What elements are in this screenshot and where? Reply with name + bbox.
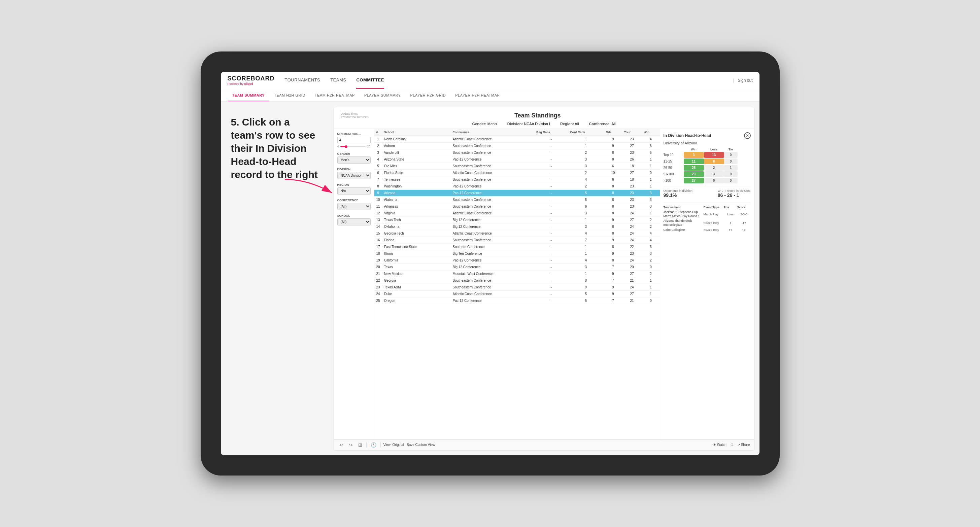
- sub-nav-team-h2h-heatmap[interactable]: TEAM H2H HEATMAP: [310, 90, 360, 101]
- table-row[interactable]: 21 New Mexico Mountain West Conference -…: [374, 271, 660, 277]
- cell-school: Illinois: [382, 250, 451, 257]
- table-row[interactable]: 20 Texas Big 12 Conference - 3 7 20 0: [374, 264, 660, 271]
- table-row[interactable]: 13 Texas Tech Big 12 Conference - 1 9 27…: [374, 217, 660, 224]
- conference-group: Conference (All): [337, 198, 371, 210]
- cell-win: 3: [642, 197, 660, 203]
- table-row[interactable]: 8 Washington Pac-12 Conference - 2 8 23 …: [374, 183, 660, 190]
- table-row[interactable]: 24 Duke Atlantic Coast Conference - 5 9 …: [374, 291, 660, 297]
- tablet-frame: SCOREBOARD Powered by clippd TOURNAMENTS…: [200, 51, 780, 476]
- table-header-row: # School Conference Reg Rank Conf Rank R…: [374, 129, 660, 136]
- region-filter: Region: All: [560, 122, 579, 126]
- redo-button[interactable]: ↪: [347, 441, 354, 448]
- table-row[interactable]: 9 Arizona Pac-12 Conference - 5 8 23 3: [374, 190, 660, 197]
- cell-rank: 21: [374, 271, 382, 277]
- region-select[interactable]: N/A: [337, 187, 371, 195]
- share-button[interactable]: ↗ Share: [737, 443, 750, 446]
- cell-conf-rank: 1: [568, 136, 604, 143]
- table-row[interactable]: 1 North Carolina Atlantic Coast Conferen…: [374, 136, 660, 143]
- cell-conference: Pac-12 Conference: [451, 156, 535, 163]
- cell-conference: Pac-12 Conference: [451, 297, 535, 304]
- sub-nav-player-h2h-heatmap[interactable]: PLAYER H2H HEATMAP: [450, 90, 504, 101]
- cell-tour: 24: [622, 230, 642, 237]
- sub-nav-player-h2h-grid[interactable]: PLAYER H2H GRID: [406, 90, 451, 101]
- table-row[interactable]: 16 Florida Southeastern Conference - 7 9…: [374, 237, 660, 244]
- cell-win: 3: [642, 244, 660, 250]
- table-row[interactable]: 18 Illinois Big Ten Conference - 1 9 23 …: [374, 250, 660, 257]
- sub-nav-team-h2h-grid[interactable]: TEAM H2H GRID: [269, 90, 310, 101]
- cell-win: 1: [642, 284, 660, 291]
- undo-button[interactable]: ↩: [338, 441, 345, 448]
- cell-conf-rank: 7: [568, 237, 604, 244]
- cell-rank: 3: [374, 149, 382, 156]
- tourn-name: Cabo Collegiate: [663, 228, 703, 232]
- cell-conference: Big Ten Conference: [451, 250, 535, 257]
- table-row[interactable]: 5 Ole Miss Southeastern Conference - 3 6…: [374, 163, 660, 170]
- school-select[interactable]: (All): [337, 218, 371, 225]
- cell-school: Georgia Tech: [382, 230, 451, 237]
- conference-select[interactable]: (All): [337, 203, 371, 210]
- cell-rank: 23: [374, 284, 382, 291]
- table-row[interactable]: 11 Arkansas Southeastern Conference - 6 …: [374, 203, 660, 210]
- logo-area: SCOREBOARD Powered by clippd: [228, 75, 275, 86]
- logo-text: SCOREBOARD: [228, 75, 275, 82]
- panel-header: Update time: 27/03/2024 16:56:26 Team St…: [334, 107, 754, 129]
- gender-select[interactable]: Men's: [337, 157, 371, 163]
- display-button[interactable]: ⊡: [730, 443, 733, 446]
- h2h-loss-cell: 3: [704, 171, 724, 177]
- cell-win: 1: [642, 291, 660, 297]
- save-custom-btn[interactable]: Save Custom View: [407, 443, 435, 446]
- table-row[interactable]: 4 Arizona State Pac-12 Conference - 3 8 …: [374, 156, 660, 163]
- table-row[interactable]: 23 Texas A&M Southeastern Conference - 9…: [374, 284, 660, 291]
- col-conference: Conference: [451, 129, 535, 136]
- table-row[interactable]: 3 Vanderbilt Southeastern Conference - 2…: [374, 149, 660, 156]
- tourn-pos: 11: [724, 229, 737, 232]
- table-row[interactable]: 14 Oklahoma Big 12 Conference - 3 8 24 2: [374, 224, 660, 230]
- h2h-data-row: 51-100 20 3 0: [663, 171, 751, 177]
- table-row[interactable]: 19 California Pac-12 Conference - 4 8 24…: [374, 257, 660, 264]
- h2h-close-button[interactable]: ✕: [744, 132, 751, 139]
- cell-rds: 8: [604, 149, 622, 156]
- cell-rank: 22: [374, 277, 382, 284]
- h2h-col-win: Win: [684, 148, 704, 151]
- table-row[interactable]: 25 Oregon Pac-12 Conference - 5 7 21 0: [374, 297, 660, 304]
- table-row[interactable]: 2 Auburn Southeastern Conference - 1 9 2…: [374, 143, 660, 149]
- cell-reg-rank: -: [534, 156, 568, 163]
- table-row[interactable]: 22 Georgia Southeastern Conference - 8 7…: [374, 277, 660, 284]
- h2h-tie-cell: 0: [724, 152, 738, 158]
- table-row[interactable]: 7 Tennessee Southeastern Conference - 4 …: [374, 176, 660, 183]
- cell-tour: 20: [622, 264, 642, 271]
- cell-reg-rank: -: [534, 203, 568, 210]
- cell-rank: 14: [374, 224, 382, 230]
- nav-committee[interactable]: COMMITTEE: [356, 72, 384, 89]
- min-rounds-group: Minimum Rou... 4 20: [337, 132, 371, 148]
- nav-tournaments[interactable]: TOURNAMENTS: [285, 72, 320, 89]
- watch-button[interactable]: 👁 Watch: [713, 443, 727, 446]
- sub-nav-team-summary[interactable]: TEAM SUMMARY: [228, 90, 270, 101]
- clock-button[interactable]: 🕐: [369, 441, 378, 448]
- sub-nav-player-summary[interactable]: PLAYER SUMMARY: [360, 90, 406, 101]
- cell-conf-rank: 1: [568, 271, 604, 277]
- table-row[interactable]: 12 Virginia Atlantic Coast Conference - …: [374, 210, 660, 217]
- table-row[interactable]: 6 Florida State Atlantic Coast Conferenc…: [374, 170, 660, 176]
- table-row[interactable]: 15 Georgia Tech Atlantic Coast Conferenc…: [374, 230, 660, 237]
- cell-win: 1: [642, 183, 660, 190]
- toolbar-divider-2: [380, 442, 381, 448]
- view-original-btn[interactable]: View: Original: [383, 443, 404, 446]
- nav-teams[interactable]: TEAMS: [330, 72, 346, 89]
- cell-rds: 8: [604, 197, 622, 203]
- col-rank: #: [374, 129, 382, 136]
- cell-reg-rank: -: [534, 257, 568, 264]
- table-row[interactable]: 10 Alabama Southeastern Conference - 5 8…: [374, 197, 660, 203]
- cell-conf-rank: 3: [568, 224, 604, 230]
- copy-button[interactable]: ⊞: [357, 441, 364, 448]
- tournament-row: Arizona Thunderbirds Intercollegiate Str…: [663, 219, 751, 227]
- cell-rds: 10: [604, 170, 622, 176]
- cell-reg-rank: -: [534, 264, 568, 271]
- division-select[interactable]: NCAA Division I: [337, 172, 371, 179]
- sign-out-link[interactable]: Sign out: [738, 78, 752, 83]
- cell-rank: 16: [374, 237, 382, 244]
- table-row[interactable]: 17 East Tennessee State Southern Confere…: [374, 244, 660, 250]
- min-rounds-input[interactable]: [337, 137, 371, 143]
- cell-rank: 5: [374, 163, 382, 170]
- h2h-row-label: 11-25: [663, 160, 684, 163]
